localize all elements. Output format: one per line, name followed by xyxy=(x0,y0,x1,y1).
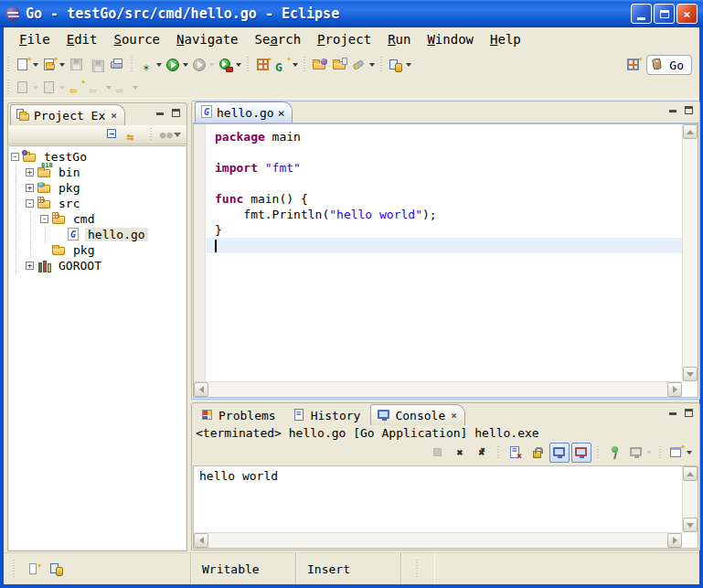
toolbar-grip[interactable] xyxy=(5,80,12,96)
run-button[interactable] xyxy=(164,55,190,75)
code-line-4[interactable] xyxy=(207,176,682,191)
menu-window[interactable]: Window xyxy=(419,30,482,48)
open-perspective-icon[interactable]: ✦ xyxy=(626,58,641,72)
minimize-button[interactable] xyxy=(631,4,652,24)
show-console-stdout-button[interactable] xyxy=(549,443,570,463)
tab-problems[interactable]: Problems xyxy=(194,404,284,425)
show-console-stderr-button[interactable] xyxy=(571,443,591,463)
debug-button[interactable]: ✶ xyxy=(137,55,164,75)
minimize-view-button[interactable] xyxy=(153,107,166,119)
project-tree[interactable]: -testGo+010bin+pkg-src-cmdGhello.gopkg+G… xyxy=(9,145,186,550)
toolbar-grip[interactable] xyxy=(595,446,602,459)
collapse-expander[interactable]: - xyxy=(11,153,19,161)
code-line-7[interactable]: } xyxy=(207,222,682,238)
tree-item-hello-go[interactable]: Ghello.go xyxy=(9,227,186,242)
maximize-editor-button[interactable] xyxy=(682,104,696,116)
remove-launch-button[interactable]: ✖ xyxy=(450,443,470,463)
new-wizard-button[interactable]: ✦ xyxy=(14,55,40,75)
tree-item-testgo[interactable]: -testGo xyxy=(9,149,186,165)
scroll-left-button[interactable] xyxy=(194,382,208,397)
tab-console[interactable]: Console× xyxy=(370,404,464,425)
display-selected-console-button[interactable] xyxy=(627,443,654,463)
open-console-button[interactable]: ✦ xyxy=(667,443,694,463)
scroll-left-button[interactable] xyxy=(194,533,208,548)
tree-item-cmd[interactable]: -cmd xyxy=(9,211,186,227)
tree-item-bin[interactable]: +010bin xyxy=(9,165,186,180)
collapse-expander[interactable]: - xyxy=(26,199,34,208)
perspective-go-button[interactable]: Go xyxy=(646,55,692,75)
last-edit-location-button[interactable]: ⇦✦ xyxy=(67,78,87,98)
scroll-right-button[interactable] xyxy=(667,533,682,548)
profile-button[interactable] xyxy=(190,55,217,75)
code-line-2[interactable] xyxy=(207,144,682,160)
external-tools-button[interactable] xyxy=(217,55,243,75)
close-button[interactable]: × xyxy=(676,4,698,24)
pin-console-button[interactable] xyxy=(605,443,625,463)
editor-vertical-scrollbar[interactable] xyxy=(682,124,698,381)
tree-item-src[interactable]: -src xyxy=(9,196,186,211)
minimize-editor-button[interactable] xyxy=(666,104,679,116)
tree-item-pkg[interactable]: +pkg xyxy=(9,180,186,196)
toolbar-grip[interactable] xyxy=(495,446,502,459)
expand-expander[interactable]: + xyxy=(26,184,34,192)
save-all-button[interactable] xyxy=(87,55,107,75)
toolbar-grip[interactable] xyxy=(129,57,135,73)
annotation-ruler[interactable] xyxy=(194,124,206,381)
maximize-console-button[interactable] xyxy=(682,407,696,419)
maximize-button[interactable] xyxy=(654,4,675,24)
back-button[interactable]: ⇦ xyxy=(87,78,113,98)
close-editor-icon[interactable]: × xyxy=(278,106,285,120)
tab-history[interactable]: History xyxy=(286,404,369,425)
menu-help[interactable]: Help xyxy=(482,30,529,48)
search-button[interactable] xyxy=(350,55,377,75)
code-line-5[interactable]: func main() { xyxy=(207,191,682,207)
launch-sync-icon[interactable] xyxy=(49,561,64,576)
fast-view-icon[interactable]: ✦ xyxy=(27,561,42,576)
forward-button[interactable]: ⇨ xyxy=(113,78,140,98)
scroll-up-button[interactable] xyxy=(683,124,698,139)
toolbar-grip[interactable] xyxy=(148,128,154,141)
console-output[interactable]: hello world xyxy=(193,465,698,549)
previous-annotation-button[interactable] xyxy=(40,78,67,98)
code-line-8[interactable] xyxy=(207,238,682,253)
open-plugin-artifact-button[interactable] xyxy=(310,55,330,75)
minimize-console-button[interactable] xyxy=(666,407,679,419)
scroll-lock-button[interactable] xyxy=(527,443,548,463)
code-line-1[interactable]: package main xyxy=(207,129,682,144)
terminate-button[interactable] xyxy=(428,443,448,463)
new-go-element-button[interactable]: ✦ xyxy=(40,55,67,75)
expand-expander[interactable]: + xyxy=(26,168,34,176)
maximize-view-button[interactable] xyxy=(169,107,183,119)
tree-item-pkg[interactable]: pkg xyxy=(9,242,186,258)
new-project-button[interactable]: ✦ xyxy=(253,55,273,75)
tab-project-explorer[interactable]: Project Ex × xyxy=(10,104,125,125)
menu-run[interactable]: Run xyxy=(379,30,419,48)
remove-all-terminated-button[interactable]: ✖✖ xyxy=(472,443,492,463)
toolbar-grip[interactable] xyxy=(5,57,12,73)
code-area[interactable]: package mainimport "fmt"func main() { fm… xyxy=(207,124,682,381)
tab-hello-go[interactable]: G hello.go × xyxy=(195,102,293,123)
expand-expander[interactable]: + xyxy=(26,262,34,270)
team-sync-button[interactable] xyxy=(387,55,413,75)
link-with-editor-button[interactable]: ⇆ xyxy=(124,126,144,143)
new-go-app-button[interactable]: G✦ xyxy=(273,55,300,75)
editor-horizontal-scrollbar[interactable] xyxy=(194,381,682,397)
console-horizontal-scrollbar[interactable] xyxy=(194,532,682,548)
clear-console-button[interactable] xyxy=(506,443,526,463)
close-view-icon[interactable]: × xyxy=(109,110,117,122)
menu-search[interactable]: Search xyxy=(247,30,310,48)
close-view-icon[interactable]: × xyxy=(449,410,457,422)
menu-source[interactable]: Source xyxy=(105,30,168,48)
print-button[interactable] xyxy=(107,55,127,75)
save-button[interactable] xyxy=(67,55,87,75)
view-menu-button[interactable]: ●● xyxy=(158,126,183,143)
scroll-down-button[interactable] xyxy=(683,367,698,381)
menu-edit[interactable]: Edit xyxy=(59,30,106,48)
toolbar-grip[interactable] xyxy=(302,57,308,73)
menu-file[interactable]: File xyxy=(11,30,59,48)
code-line-3[interactable]: import "fmt" xyxy=(207,160,682,176)
title-bar[interactable]: Go - testGo/src/cmd/hello.go - Eclipse × xyxy=(0,0,703,27)
toolbar-grip[interactable] xyxy=(657,446,664,459)
next-annotation-button[interactable] xyxy=(14,78,40,98)
collapse-expander[interactable]: - xyxy=(40,215,48,223)
